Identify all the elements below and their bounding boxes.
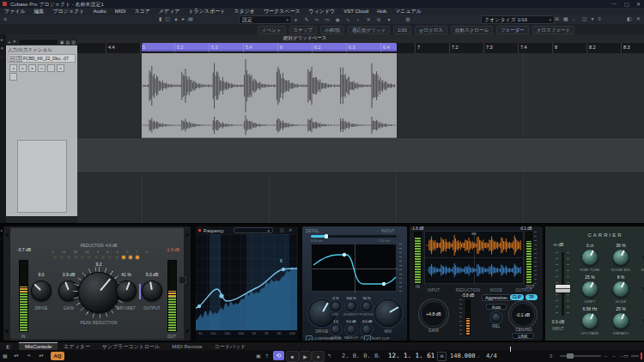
limiter-input-knob[interactable]: +4.8 dB	[421, 301, 447, 327]
comp-output-knob[interactable]	[142, 281, 162, 301]
zoom-slider-h[interactable]	[560, 355, 601, 357]
tool-button[interactable]: ✕	[364, 15, 373, 23]
event-lanes[interactable]	[77, 53, 644, 223]
track-mini-button[interactable]: ●	[28, 64, 36, 72]
detail-slider[interactable]	[311, 235, 397, 238]
curve-node[interactable]	[382, 282, 386, 286]
link-button[interactable]: LINK	[512, 333, 534, 339]
position-display[interactable]: 12. 1. 1. 61	[388, 352, 434, 359]
track-search-input[interactable]	[18, 39, 58, 45]
mode-dropdown[interactable]: Aggressive▾	[482, 294, 511, 301]
mix-big-knob[interactable]	[374, 299, 402, 327]
track-mini-button[interactable]: ▭	[38, 64, 46, 72]
menu-item[interactable]: ファイル	[0, 8, 30, 15]
track-mini-button[interactable]: ◂	[9, 64, 17, 72]
tempo-track-icon[interactable]: T	[265, 353, 269, 359]
zoom-slider-v[interactable]	[631, 355, 639, 357]
softclip-checkbox[interactable]: ✓ SOFT CLIP	[364, 335, 390, 341]
menu-item[interactable]: 編集	[30, 8, 49, 15]
filter-icon[interactable]: ▼	[13, 39, 16, 44]
toolbar-icon[interactable]: ▲	[173, 16, 179, 21]
mute-button[interactable]: m	[9, 56, 15, 62]
snap-option-button[interactable]: フェーダー	[496, 26, 529, 34]
punch-mode-icon[interactable]: ◦▾	[27, 353, 30, 358]
strip-icon[interactable]: ▸	[1, 38, 3, 42]
strip-icon[interactable]: ▾	[1, 46, 3, 51]
panel-toggle-icon[interactable]: ◧	[627, 16, 632, 21]
snap-option-button[interactable]: イベント	[258, 26, 286, 34]
curve-node[interactable]	[343, 253, 346, 256]
tool-button[interactable]: ♪	[354, 15, 362, 23]
track-mini-button[interactable]: e	[57, 64, 64, 72]
toolbar-icon[interactable]: ⊞	[555, 16, 559, 21]
menu-item[interactable]: Hub	[373, 8, 391, 15]
tool-button[interactable]: ◉	[333, 15, 342, 23]
tool-button[interactable]: ✂	[313, 15, 321, 23]
snap-option-button[interactable]: ゼロクロス	[415, 26, 447, 34]
carrier-knob[interactable]	[581, 312, 598, 329]
zoom-slider-handle[interactable]	[567, 353, 574, 359]
menu-item[interactable]: メディア	[155, 8, 185, 15]
grid-icon[interactable]: ▦	[3, 353, 8, 359]
carrier-knob[interactable]	[612, 281, 629, 298]
eq-node[interactable]	[197, 305, 201, 308]
toolbar-icon[interactable]: ♩	[573, 16, 578, 21]
toolbar-icon[interactable]: ▾	[591, 16, 593, 21]
menu-item[interactable]: スコア	[130, 8, 154, 15]
snap-option-button[interactable]: 自動スクロール	[451, 26, 493, 34]
solo-button[interactable]: S	[16, 56, 22, 62]
carrier-knob[interactable]	[581, 281, 598, 298]
snap-option-button[interactable]: クロスフェード	[532, 26, 574, 34]
strip-icon[interactable]: ◦	[1, 238, 2, 241]
snap-option-button[interactable]: スナップ	[289, 26, 318, 34]
menu-item[interactable]: VST Cloud	[339, 8, 373, 15]
marker-icon[interactable]: ▣	[256, 353, 261, 359]
quantize-combo[interactable]: クオンタイズ 1/16▾	[481, 15, 555, 24]
hamburger-icon[interactable]: ≡	[3, 16, 7, 22]
eq-node[interactable]	[282, 268, 285, 271]
add-track-icon[interactable]: +	[8, 39, 11, 45]
menu-item[interactable]: マニュアル	[391, 8, 426, 15]
slider-handle[interactable]	[325, 234, 328, 238]
strip-icon[interactable]: ▸	[1, 229, 3, 232]
track-mini-button[interactable]: ▸	[19, 64, 27, 72]
eq-node[interactable]	[219, 293, 223, 298]
mode-auto-button[interactable]: Auto	[486, 304, 507, 310]
track-mini-button[interactable]: ◦	[47, 64, 55, 72]
ruler[interactable]: 4.455.25.35.466.26.36.477.27.37.488.28.3…	[77, 43, 644, 53]
strip-icon[interactable]: ◦	[1, 55, 3, 59]
audio-quantize-button[interactable]: AQ	[51, 352, 64, 360]
record-button[interactable]: ●	[312, 351, 325, 362]
track-name[interactable]: FCBD_KK_22_Dku...07	[23, 56, 69, 61]
stop-button[interactable]: ■	[286, 351, 299, 362]
shaper-knob[interactable]	[346, 324, 356, 335]
menu-item[interactable]: トランスポート	[184, 8, 229, 15]
tempo-display[interactable]: 140.000	[450, 353, 476, 359]
tool-button[interactable]: ∿	[343, 15, 352, 23]
record-mode-icon[interactable]: ●▾	[14, 353, 19, 358]
eq-window-icon[interactable]: ◫	[280, 228, 284, 232]
metronome-mode-icon[interactable]: ●▾	[39, 353, 44, 358]
zoom-preset-dashes[interactable]: ‒ ‒ ‒	[605, 353, 624, 359]
toolbar-icon[interactable]: ▦	[563, 16, 568, 21]
maximize-icon[interactable]: ▢	[624, 1, 629, 7]
toolbar-icon[interactable]: ▤	[188, 16, 193, 21]
drive-knob[interactable]	[31, 281, 52, 301]
carrier-knob[interactable]	[612, 249, 629, 266]
drywet-knob[interactable]	[116, 281, 137, 301]
time-format-icon[interactable]: ⊞	[437, 352, 447, 361]
toolbar-icon[interactable]: ▮	[159, 16, 161, 21]
track-header-icon[interactable]: ▥	[71, 39, 76, 45]
track-header-icon[interactable]: ▤	[66, 39, 70, 45]
zoom-full-icon[interactable]: ▭	[623, 353, 629, 359]
eq-preset-dropdown[interactable]: ▾	[234, 227, 273, 233]
toolbar-icon[interactable]: ▸	[182, 16, 185, 21]
eq-close-icon[interactable]: ✕	[289, 228, 292, 232]
menu-item[interactable]: プロジェクト	[49, 8, 89, 15]
tool-button[interactable]: ✎	[302, 15, 311, 23]
toolbar-icon[interactable]: ◫	[165, 16, 170, 21]
menu-item[interactable]: MIDI	[111, 8, 131, 15]
preset-combo[interactable]: 設定▾	[239, 15, 292, 24]
panel-toggle-icon[interactable]: ✕	[636, 16, 641, 21]
play-button[interactable]: ▶	[299, 351, 312, 362]
